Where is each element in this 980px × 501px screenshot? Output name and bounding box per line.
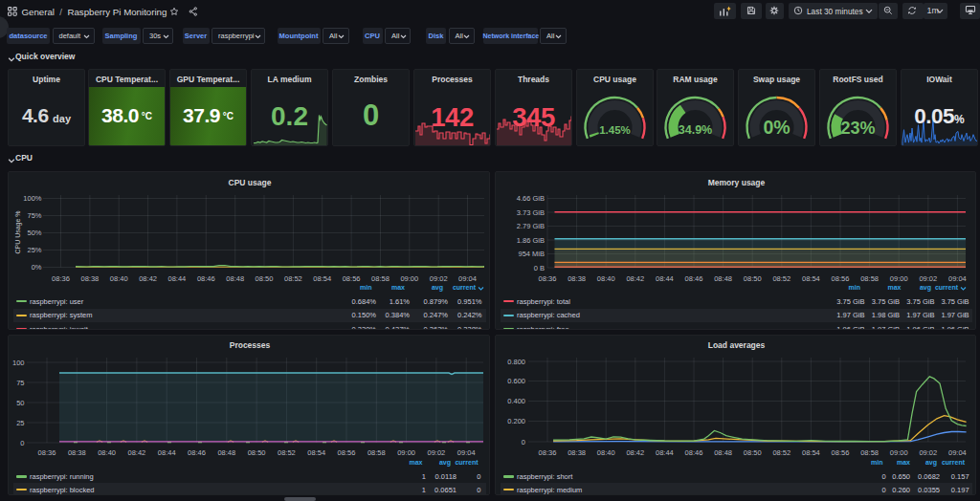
svg-text:08:42: 08:42 [626, 448, 644, 457]
svg-text:08:52: 08:52 [772, 448, 791, 457]
svg-text:34.9%: 34.9% [679, 123, 712, 137]
svg-text:50%: 50% [27, 229, 41, 237]
svg-text:08:46: 08:46 [685, 448, 703, 457]
svg-text:08:44: 08:44 [158, 448, 176, 457]
svg-text:09:00: 09:00 [397, 448, 415, 457]
svg-text:0%: 0% [763, 117, 790, 138]
svg-text:08:58: 08:58 [368, 448, 386, 457]
svg-text:08:54: 08:54 [307, 448, 325, 457]
svg-text:3.73 GiB: 3.73 GiB [517, 208, 545, 217]
svg-text:08:40: 08:40 [98, 448, 116, 457]
svg-text:0%: 0% [32, 263, 42, 272]
svg-text:0: 0 [522, 438, 525, 447]
svg-text:100%: 100% [23, 194, 42, 203]
svg-text:0.600: 0.600 [507, 377, 525, 385]
svg-text:08:50: 08:50 [744, 448, 762, 457]
svg-text:09:02: 09:02 [919, 448, 937, 457]
svg-text:954 MiB: 954 MiB [518, 250, 545, 258]
svg-text:08:56: 08:56 [832, 448, 850, 457]
svg-text:Load averages: Load averages [708, 340, 766, 350]
svg-text:1.45%: 1.45% [599, 124, 631, 136]
svg-text:CPU Usage %: CPU Usage % [14, 210, 22, 253]
svg-text:75: 75 [16, 379, 24, 387]
svg-text:08:58: 08:58 [860, 448, 879, 457]
svg-text:08:46: 08:46 [188, 448, 206, 457]
svg-text:50: 50 [16, 399, 24, 407]
svg-text:09:04: 09:04 [948, 448, 967, 457]
svg-text:08:50: 08:50 [248, 448, 266, 457]
svg-text:100: 100 [12, 359, 25, 367]
svg-text:25: 25 [16, 419, 24, 427]
svg-text:0.400: 0.400 [507, 397, 525, 405]
svg-text:08:56: 08:56 [338, 448, 356, 457]
svg-text:09:00: 09:00 [890, 448, 908, 457]
svg-text:08:54: 08:54 [802, 448, 820, 457]
svg-text:Processes: Processes [230, 340, 271, 350]
svg-text:25%: 25% [27, 246, 41, 254]
svg-text:08:38: 08:38 [68, 448, 86, 457]
svg-text:08:38: 08:38 [568, 448, 586, 457]
svg-text:CPU usage: CPU usage [229, 178, 272, 187]
svg-text:23%: 23% [840, 119, 875, 138]
svg-text:0 B: 0 B [534, 264, 545, 272]
svg-text:09:04: 09:04 [457, 448, 476, 457]
svg-text:Memory usage: Memory usage [708, 178, 766, 187]
svg-text:08:42: 08:42 [128, 448, 146, 457]
svg-text:1.86 GiB: 1.86 GiB [517, 236, 545, 245]
svg-text:75%: 75% [27, 211, 41, 220]
svg-text:08:44: 08:44 [656, 448, 674, 457]
svg-text:08:48: 08:48 [714, 448, 732, 457]
svg-text:08:48: 08:48 [217, 448, 235, 457]
svg-text:08:40: 08:40 [597, 448, 615, 457]
svg-text:09:02: 09:02 [428, 448, 446, 457]
svg-text:0.800: 0.800 [507, 358, 525, 366]
svg-text:2.79 GiB: 2.79 GiB [517, 222, 545, 230]
svg-text:4.66 GiB: 4.66 GiB [517, 194, 545, 203]
svg-text:08:36: 08:36 [38, 448, 56, 457]
svg-text:0: 0 [20, 439, 24, 447]
svg-text:08:52: 08:52 [278, 448, 296, 457]
svg-text:08:36: 08:36 [539, 448, 557, 457]
svg-text:0.200: 0.200 [507, 417, 525, 425]
